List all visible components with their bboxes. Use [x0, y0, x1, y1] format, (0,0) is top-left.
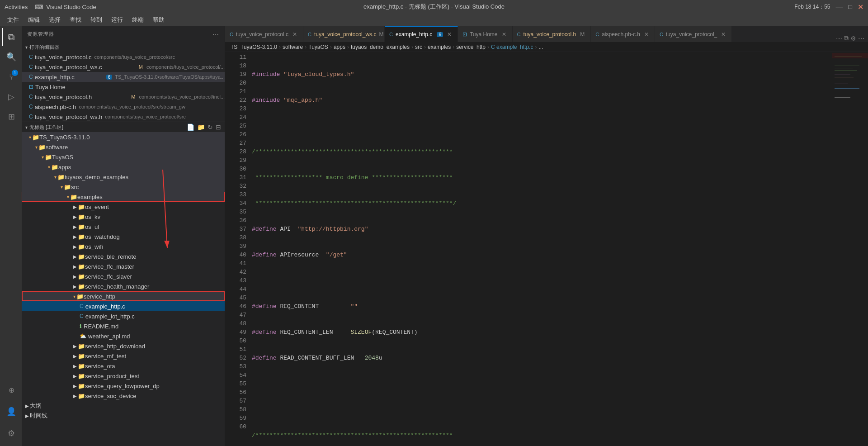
- tree-ffc-master[interactable]: ▶ 📁 service_ffc_master: [22, 261, 225, 271]
- open-file-2-name: tuya_voice_protocol_ws.c: [35, 64, 102, 71]
- tab-close-4[interactable]: ✕: [500, 31, 508, 38]
- breadcrumb-sep-8: ›: [487, 44, 489, 50]
- activity-remote[interactable]: ⊕: [2, 381, 20, 399]
- tree-os-kv[interactable]: ▶ 📁 os_kv: [22, 212, 225, 222]
- close-button[interactable]: ✕: [858, 3, 863, 11]
- tab-close-6[interactable]: ✕: [643, 31, 650, 38]
- activity-explorer[interactable]: ⧉: [2, 28, 20, 46]
- breadcrumb-part-8[interactable]: service_http: [456, 44, 486, 50]
- tree-root[interactable]: ▾ 📁 TS_TuyaOS-3.11.0: [22, 132, 225, 142]
- tree-service-http[interactable]: ▾ 📁 service_http: [22, 291, 225, 301]
- split-editor-icon[interactable]: ⧉: [844, 34, 849, 42]
- tree-http-download[interactable]: ▶ 📁 service_http_download: [22, 341, 225, 351]
- tree-os-uf[interactable]: ▶ 📁 os_uf: [22, 222, 225, 232]
- folder-icon-oskv: 📁: [78, 214, 85, 220]
- more-actions-icon[interactable]: ⋯: [858, 35, 864, 42]
- tab-tuya-voice-protocol-h[interactable]: C tuya_voice_protocol.h M: [513, 26, 591, 42]
- tab-c-icon-3: C: [389, 32, 393, 37]
- new-folder-workspace-icon[interactable]: 📁: [197, 123, 205, 131]
- tree-mf-test[interactable]: ▶ 📁 service_mf_test: [22, 351, 225, 361]
- new-file-workspace-icon[interactable]: 📄: [187, 123, 194, 131]
- refresh-workspace-icon[interactable]: ↻: [208, 123, 213, 131]
- tree-apps[interactable]: ▾ 📁 apps: [22, 162, 225, 172]
- breadcrumb-part-9[interactable]: C example_http.c: [491, 44, 533, 50]
- open-file-6[interactable]: C aispeech.pb-c.h components/tuya_voice_…: [22, 102, 225, 112]
- workspace-header[interactable]: ▾ 无标题 [工作区] 📄 📁 ↻ ⊟: [22, 122, 225, 132]
- tree-dajia[interactable]: ▶ 大纲: [22, 401, 225, 411]
- activity-account[interactable]: 👤: [2, 403, 20, 421]
- tab-aispeech[interactable]: C aispeech.pb-c.h ✕: [591, 26, 655, 42]
- activity-extensions[interactable]: ⊞: [2, 108, 20, 126]
- activity-settings[interactable]: ⚙: [2, 424, 20, 442]
- tab-close-7[interactable]: ✕: [720, 31, 727, 38]
- open-file-1[interactable]: C tuya_voice_protocol.c components/tuya_…: [22, 52, 225, 62]
- tree-software[interactable]: ▾ 📁 software: [22, 142, 225, 152]
- code-editor[interactable]: 11 18 19 20 21 22 23 24 25 26 27 28 29 3…: [225, 52, 868, 446]
- activities-label[interactable]: Activities: [5, 4, 28, 10]
- menu-file[interactable]: 文件: [4, 15, 23, 25]
- tree-example-http[interactable]: C example_http.c: [22, 301, 225, 311]
- main-layout: ⧉ 🔍 ⑂ 1 ▷ ⊞ ⊕ 👤 ⚙ 资源管理器 ⋯ ▾ 打开的编辑器 C: [0, 26, 868, 446]
- tree-product-test[interactable]: ▶ 📁 service_product_test: [22, 371, 225, 381]
- minimize-button[interactable]: —: [836, 3, 843, 11]
- breadcrumb-part-7[interactable]: examples: [428, 44, 451, 50]
- activity-source-control[interactable]: ⑂ 1: [2, 68, 20, 86]
- tab-tuya-home[interactable]: ⊡ Tuya Home ✕: [458, 26, 513, 42]
- menu-help[interactable]: 帮助: [149, 15, 168, 25]
- tree-os-event[interactable]: ▶ 📁 os_event: [22, 202, 225, 212]
- activity-search[interactable]: 🔍: [2, 48, 20, 66]
- settings-icon[interactable]: ⚙: [850, 35, 856, 42]
- maximize-button[interactable]: □: [849, 3, 852, 10]
- open-file-4[interactable]: ⊡ Tuya Home: [22, 82, 225, 92]
- tree-shijian[interactable]: ▶ 时间线: [22, 411, 225, 421]
- tree-tuyaos[interactable]: ▾ 📁 TuyaOS: [22, 152, 225, 162]
- tab-close-5[interactable]: M: [579, 31, 586, 38]
- open-file-2[interactable]: C tuya_voice_protocol_ws.c M components/…: [22, 62, 225, 72]
- collapse-workspace-icon[interactable]: ⊟: [216, 123, 221, 131]
- tab-more-icon[interactable]: ⋯: [836, 35, 842, 42]
- tree-src[interactable]: ▾ 📁 src: [22, 182, 225, 192]
- vscode-app-label[interactable]: ⌨ Visual Studio Code: [35, 4, 96, 10]
- tree-ffc-slaver[interactable]: ▶ 📁 service_ffc_slaver: [22, 271, 225, 281]
- menu-goto[interactable]: 转到: [87, 15, 106, 25]
- tree-readme[interactable]: ℹ README.md: [22, 321, 225, 331]
- menu-edit[interactable]: 编辑: [24, 15, 43, 25]
- tree-query-lowpower[interactable]: ▶ 📁 service_query_lowpower_dp: [22, 381, 225, 391]
- tab-tuya-voice-protocol[interactable]: C tuya_voice_protocol.c ✕: [225, 26, 303, 42]
- menu-selection[interactable]: 选择: [45, 15, 64, 25]
- breadcrumb-part-10[interactable]: ...: [538, 44, 543, 50]
- tree-os-wifi-name: os_wifi: [85, 243, 103, 250]
- breadcrumb-part-3[interactable]: TuyaOS: [308, 44, 328, 50]
- tree-ota[interactable]: ▶ 📁 service_ota: [22, 361, 225, 371]
- tab-example-http[interactable]: C example_http.c 6 ✕: [385, 26, 458, 42]
- tree-demo-examples[interactable]: ▾ 📁 tuyaos_demo_examples: [22, 172, 225, 182]
- breadcrumb-part-1[interactable]: TS_TuyaOS-3.11.0: [231, 44, 277, 50]
- menu-run[interactable]: 运行: [108, 15, 127, 25]
- breadcrumb-part-5[interactable]: tuyaos_demo_examples: [351, 44, 410, 50]
- tab-tuya-voice-protocol-ws[interactable]: C tuya_voice_protocol_ws.c M: [303, 26, 385, 42]
- breadcrumb-part-4[interactable]: apps: [334, 44, 345, 50]
- tab-close-2[interactable]: M: [379, 31, 383, 38]
- tree-weather-api[interactable]: ⛅ weather_api.md: [22, 331, 225, 341]
- open-file-7[interactable]: C tuya_voice_protocol_ws.h components/tu…: [22, 112, 225, 122]
- breadcrumb-part-6[interactable]: src: [415, 44, 422, 50]
- open-file-3[interactable]: C example_http.c 6 TS_TuyaOS-3.11.0•soft…: [22, 72, 225, 82]
- tab-close-3[interactable]: ✕: [446, 31, 453, 38]
- tab-tuya-voice-protocol-7[interactable]: C tuya_voice_protocol_ ✕: [655, 26, 732, 42]
- tree-os-watchdog[interactable]: ▶ 📁 os_watchdog: [22, 232, 225, 242]
- code-content[interactable]: #include "tuya_cloud_types.h" #include "…: [250, 52, 832, 446]
- open-editors-header[interactable]: ▾ 打开的编辑器: [22, 42, 225, 52]
- breadcrumb-part-2[interactable]: software: [283, 44, 303, 50]
- menu-terminal[interactable]: 终端: [128, 15, 147, 25]
- menu-find[interactable]: 查找: [66, 15, 85, 25]
- activity-debug[interactable]: ▷: [2, 88, 20, 106]
- tree-example-iot-http[interactable]: C example_iot_http.c: [22, 311, 225, 321]
- open-file-5[interactable]: C tuya_voice_protocol.h M components/tuy…: [22, 92, 225, 102]
- tree-examples[interactable]: ▾ 📁 examples: [22, 192, 225, 202]
- tab-close-1[interactable]: ✕: [291, 31, 298, 38]
- tree-health-manager[interactable]: ▶ 📁 service_health_manager: [22, 281, 225, 291]
- tree-ble-remote[interactable]: ▶ 📁 service_ble_remote: [22, 251, 225, 261]
- tree-soc-device[interactable]: ▶ 📁 service_soc_device: [22, 391, 225, 401]
- new-file-icon[interactable]: ⋯: [212, 31, 219, 38]
- tree-os-wifi[interactable]: ▶ 📁 os_wifi: [22, 242, 225, 251]
